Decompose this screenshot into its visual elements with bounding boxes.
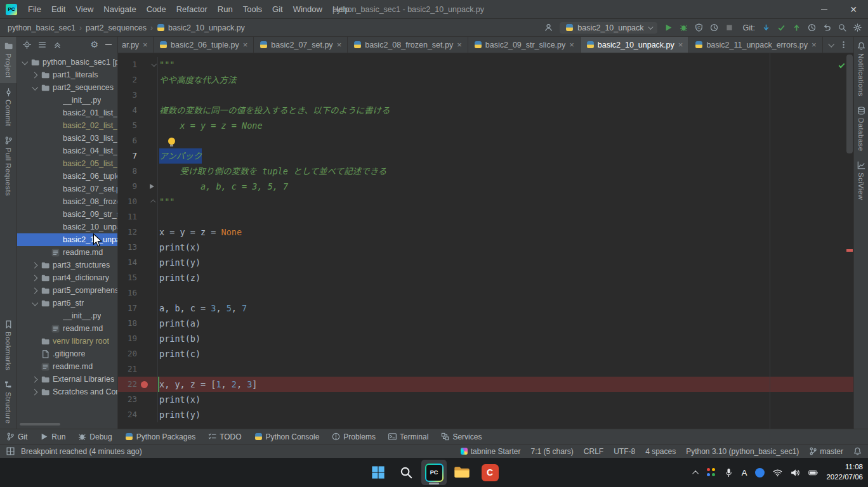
- inspections-ok-icon[interactable]: [839, 59, 845, 68]
- tab-close-icon[interactable]: ×: [337, 40, 342, 49]
- code-line-21[interactable]: 21: [118, 361, 853, 377]
- indent-setting[interactable]: 4 spaces: [645, 447, 676, 456]
- ime-indicator[interactable]: A: [742, 468, 747, 477]
- code-line-11[interactable]: 11: [118, 209, 853, 224]
- editor-scrollbar[interactable]: [845, 53, 853, 429]
- tab-basic2-10-unpack-py[interactable]: basic2_10_unpack.py×: [581, 37, 690, 53]
- code-line-12[interactable]: 12x = y = z = None: [118, 224, 853, 240]
- toolwindow-button-database[interactable]: Database: [854, 101, 868, 156]
- taskbar-clock[interactable]: 11:08 2022/07/06: [826, 462, 863, 482]
- tab-close-icon[interactable]: ×: [457, 40, 462, 49]
- code-line-2[interactable]: 2やや高度な代入方法: [118, 72, 853, 88]
- tree-item-basic2-05-list-in-list-v[interactable]: basic2_05_list_in_list_v: [17, 157, 117, 170]
- tree-item-basic2-07-set-py[interactable]: basic2_07_set.py: [17, 183, 117, 195]
- tree-item-python-basic-sec1-python-b[interactable]: python_basic_sec1 [python_b: [17, 56, 117, 68]
- run-button[interactable]: [664, 23, 673, 32]
- code-line-15[interactable]: 15print(z): [118, 270, 853, 285]
- tree-item-part4-dictionary[interactable]: part4_dictionary: [17, 271, 117, 284]
- tree-item-basic2-02-list-append[interactable]: basic2_02_list_append: [17, 119, 117, 132]
- tab-basic2-11-unpack-errors-py[interactable]: basic2_11_unpack_errors.py×: [689, 37, 822, 53]
- tab-ar-py[interactable]: ar.py×: [118, 37, 154, 53]
- tree-item-part3-structures[interactable]: part3_structures: [17, 259, 117, 271]
- toolwindow-switcher-icon[interactable]: [6, 447, 15, 455]
- code-line-8[interactable]: 8 受け取り側の変数を tuple として並べて記述できる: [118, 164, 853, 179]
- tree-item-readme-md[interactable]: readme.md: [17, 322, 117, 335]
- intention-bulb-icon[interactable]: [168, 138, 175, 145]
- menu-navigate[interactable]: Navigate: [98, 0, 141, 18]
- tree-chevron[interactable]: [31, 73, 38, 77]
- taskbar-red-app-button[interactable]: C: [477, 460, 503, 485]
- volume-icon[interactable]: [791, 468, 800, 477]
- tab-basic2-09-str-slice-py[interactable]: basic2_09_str_slice.py×: [468, 37, 581, 53]
- menu-window[interactable]: Window: [288, 0, 327, 18]
- run-config-select[interactable]: basic2_10_unpack: [560, 22, 657, 34]
- git-branch-widget[interactable]: master: [809, 447, 843, 456]
- code-line-22[interactable]: 22x, y, z = [1, 2, 3]: [118, 377, 853, 392]
- tree-item-readme-md[interactable]: readme.md: [17, 246, 117, 259]
- commit-button[interactable]: [777, 23, 786, 32]
- code-line-19[interactable]: 19print(b): [118, 331, 853, 346]
- file-encoding[interactable]: UTF-8: [614, 447, 635, 456]
- tree-chevron[interactable]: [31, 289, 38, 293]
- tab-close-icon[interactable]: ×: [143, 40, 148, 49]
- push-button[interactable]: [792, 23, 801, 32]
- toolwindow-button-python-console[interactable]: Python Console: [254, 432, 320, 441]
- coverage-button[interactable]: C: [695, 23, 703, 32]
- tree-item-basic2-08-frozen-set-py[interactable]: basic2_08_frozen_set.py: [17, 195, 117, 208]
- collapse-all-icon[interactable]: [53, 41, 62, 49]
- code-line-13[interactable]: 13print(x): [118, 240, 853, 255]
- toolwindow-button-project[interactable]: Project: [0, 37, 16, 83]
- toolwindow-button-services[interactable]: Services: [441, 432, 482, 441]
- toolwindow-button-problems[interactable]: Problems: [332, 432, 376, 441]
- fold-end-icon[interactable]: [150, 199, 155, 204]
- view-options-icon[interactable]: [38, 41, 46, 49]
- tab-basic2-07-set-py[interactable]: basic2_07_set.py×: [254, 37, 348, 53]
- toolwindow-button-sciview[interactable]: SciView: [854, 156, 868, 205]
- tree-item-scratches-and-consoles[interactable]: Scratches and Consoles: [17, 386, 117, 398]
- rollback-button[interactable]: [823, 23, 831, 32]
- debug-button[interactable]: [680, 23, 688, 32]
- tree-chevron[interactable]: [31, 276, 38, 280]
- tree-item-basic2-06-tuple-py[interactable]: basic2_06_tuple.py: [17, 170, 117, 183]
- toolwindow-button-python-packages[interactable]: Python Packages: [125, 432, 195, 441]
- tree-item-basic2-01-list-for-py[interactable]: basic2_01_list_for.py: [17, 107, 117, 119]
- python-interpreter[interactable]: Python 3.10 (python_basic_sec1): [686, 447, 799, 456]
- code-line-17[interactable]: 17a, b, c = 3, 5, 7: [118, 301, 853, 316]
- tab-basic2-08-frozen-set-py[interactable]: basic2_08_frozen_set.py×: [348, 37, 468, 53]
- menu-git[interactable]: Git: [267, 0, 288, 18]
- history-button[interactable]: [808, 23, 816, 32]
- project-horizontal-scrollbar[interactable]: [20, 423, 60, 425]
- start-button[interactable]: [365, 460, 391, 485]
- toolwindow-button-structure[interactable]: Structure: [0, 375, 16, 429]
- menu-run[interactable]: Run: [213, 0, 238, 18]
- tree-item-part1-literals[interactable]: part1_literals: [17, 68, 117, 81]
- tab-close-icon[interactable]: ×: [243, 40, 248, 49]
- tree-item-basic2-03-list-slice-py[interactable]: basic2_03_list_slice.py: [17, 132, 117, 145]
- editor[interactable]: 1"""2やや高度な代入方法34複数の変数に同一の値を投入するとき、以下のように…: [118, 53, 853, 429]
- blue-status-icon[interactable]: [755, 468, 765, 477]
- stop-button[interactable]: [725, 23, 733, 32]
- microphone-icon[interactable]: [724, 468, 733, 477]
- menu-code[interactable]: Code: [141, 0, 171, 18]
- menu-file[interactable]: File: [23, 0, 46, 18]
- code-line-16[interactable]: 16: [118, 285, 853, 301]
- tree-item-external-libraries[interactable]: External Libraries: [17, 373, 117, 386]
- tree-item-readme-md[interactable]: readme.md: [17, 360, 117, 373]
- menu-tools[interactable]: Tools: [238, 0, 267, 18]
- profiler-button[interactable]: [710, 23, 718, 32]
- tree-chevron[interactable]: [31, 390, 38, 394]
- tree-item-basic2-09-str-slice-py[interactable]: basic2_09_str_slice.py: [17, 208, 117, 221]
- tree-item-part6-str[interactable]: part6_str: [17, 297, 117, 309]
- code-line-18[interactable]: 18print(a): [118, 316, 853, 331]
- battery-icon[interactable]: [808, 468, 818, 477]
- scrollbar-thumb[interactable]: [846, 55, 853, 153]
- settings-button[interactable]: [853, 23, 862, 32]
- update-project-button[interactable]: [762, 23, 770, 32]
- code-line-1[interactable]: 1""": [118, 57, 853, 72]
- tree-chevron[interactable]: [21, 60, 28, 65]
- tab-basic2-06-tuple-py[interactable]: basic2_06_tuple.py×: [154, 37, 254, 53]
- tree-chevron[interactable]: [31, 86, 38, 90]
- code-line-4[interactable]: 4複数の変数に同一の値を投入するとき、以下のように書ける: [118, 103, 853, 118]
- caret-position[interactable]: 7:1 (5 chars): [530, 447, 573, 456]
- breakpoint-icon[interactable]: [141, 381, 148, 388]
